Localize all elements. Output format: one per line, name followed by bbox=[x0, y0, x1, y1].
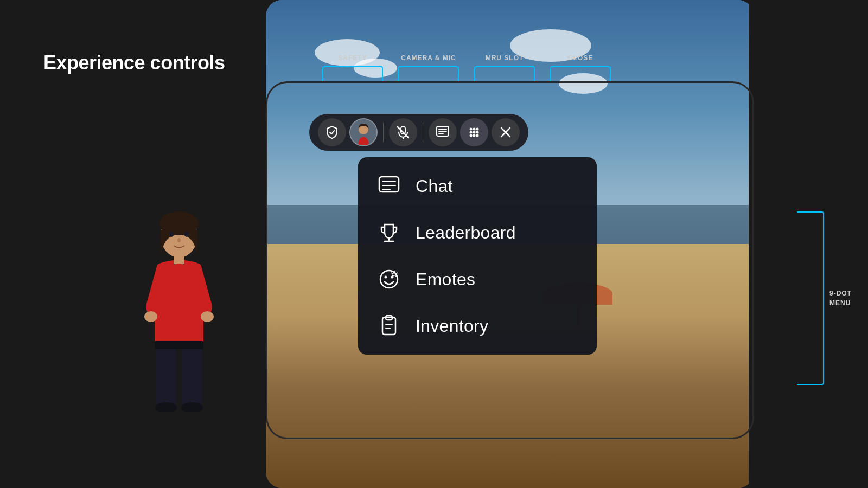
nine-dot-dropdown: Chat Leaderboard Emotes bbox=[358, 157, 597, 355]
svg-rect-9 bbox=[156, 343, 176, 408]
svg-point-4 bbox=[177, 238, 181, 242]
chat-icon bbox=[436, 125, 450, 139]
divider-1 bbox=[383, 123, 384, 142]
svg-point-3 bbox=[184, 232, 189, 237]
avatar-button[interactable] bbox=[349, 118, 378, 146]
menu-item-inventory[interactable]: Inventory bbox=[358, 303, 597, 349]
avatar-character bbox=[136, 206, 222, 412]
mic-mute-icon bbox=[396, 125, 410, 139]
mru-slot-label: MRU SLOT bbox=[486, 54, 524, 62]
label-mru-slot: MRU SLOT bbox=[467, 54, 542, 81]
svg-point-24 bbox=[473, 128, 476, 131]
nine-dot-annotation-text: 9-DOT MENU bbox=[829, 288, 852, 308]
page-title: Experience controls bbox=[43, 52, 225, 74]
safety-bracket bbox=[322, 66, 383, 81]
svg-point-31 bbox=[476, 134, 479, 137]
svg-rect-11 bbox=[155, 341, 203, 349]
svg-point-23 bbox=[470, 128, 473, 131]
chat-menu-label: Chat bbox=[416, 176, 453, 196]
svg-point-28 bbox=[476, 131, 479, 134]
close-icon bbox=[500, 126, 512, 138]
emotes-menu-label: Emotes bbox=[416, 269, 475, 290]
safety-button[interactable] bbox=[318, 118, 346, 146]
svg-rect-19 bbox=[437, 126, 449, 136]
svg-point-8 bbox=[201, 311, 214, 322]
chat-menu-icon bbox=[378, 175, 400, 197]
camera-mic-label: CAMERA & MIC bbox=[401, 54, 456, 62]
leaderboard-menu-label: Leaderboard bbox=[416, 223, 516, 243]
svg-point-30 bbox=[473, 134, 476, 137]
avatar-small-icon bbox=[350, 119, 376, 145]
svg-point-2 bbox=[169, 232, 174, 237]
svg-rect-5 bbox=[174, 254, 184, 265]
svg-point-27 bbox=[473, 131, 476, 134]
svg-point-41 bbox=[385, 276, 387, 279]
menu-item-emotes[interactable]: Emotes bbox=[358, 256, 597, 303]
trophy-icon bbox=[378, 221, 400, 244]
mru-slot-bracket bbox=[474, 66, 535, 81]
inventory-icon bbox=[378, 314, 400, 337]
menu-item-leaderboard[interactable]: Leaderboard bbox=[358, 209, 597, 256]
label-camera-mic: CAMERA & MIC bbox=[391, 54, 467, 81]
svg-point-26 bbox=[470, 131, 473, 134]
close-label: CLOSE bbox=[568, 54, 593, 62]
close-button[interactable] bbox=[492, 118, 520, 146]
chat-button[interactable] bbox=[429, 118, 457, 146]
label-safety: SAFETY bbox=[315, 54, 391, 81]
nine-dot-annotation: 9-DOT MENU bbox=[797, 211, 852, 385]
nine-dot-bracket bbox=[797, 211, 824, 385]
camera-mic-bracket bbox=[398, 66, 459, 81]
label-close: CLOSE bbox=[542, 54, 618, 81]
inventory-menu-label: Inventory bbox=[416, 316, 488, 336]
safety-label: SAFETY bbox=[338, 54, 367, 62]
svg-point-7 bbox=[144, 311, 157, 322]
top-labels-bar: SAFETY CAMERA & MIC MRU SLOT CLOSE bbox=[315, 54, 618, 81]
shield-check-icon bbox=[325, 125, 339, 139]
svg-point-29 bbox=[470, 134, 473, 137]
nine-dot-button[interactable] bbox=[460, 118, 488, 146]
close-bracket bbox=[550, 66, 611, 81]
menu-item-chat[interactable]: Chat bbox=[358, 163, 597, 209]
control-bar bbox=[309, 114, 528, 151]
divider-2 bbox=[423, 123, 423, 142]
mic-mute-button[interactable] bbox=[389, 118, 417, 146]
emotes-icon bbox=[378, 268, 400, 291]
nine-dot-icon bbox=[467, 125, 481, 139]
svg-rect-10 bbox=[182, 343, 202, 408]
svg-point-25 bbox=[476, 128, 479, 131]
